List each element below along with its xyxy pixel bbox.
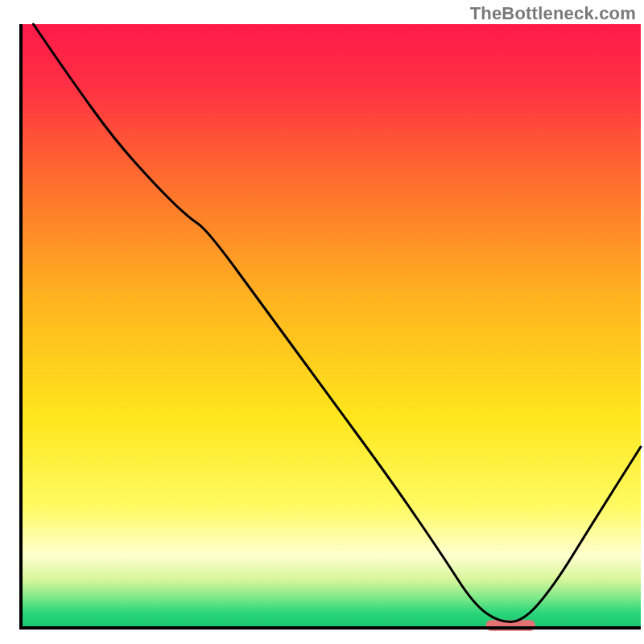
plot-background [21,24,641,628]
bottleneck-chart [0,0,644,644]
chart-container: TheBottleneck.com [0,0,644,644]
